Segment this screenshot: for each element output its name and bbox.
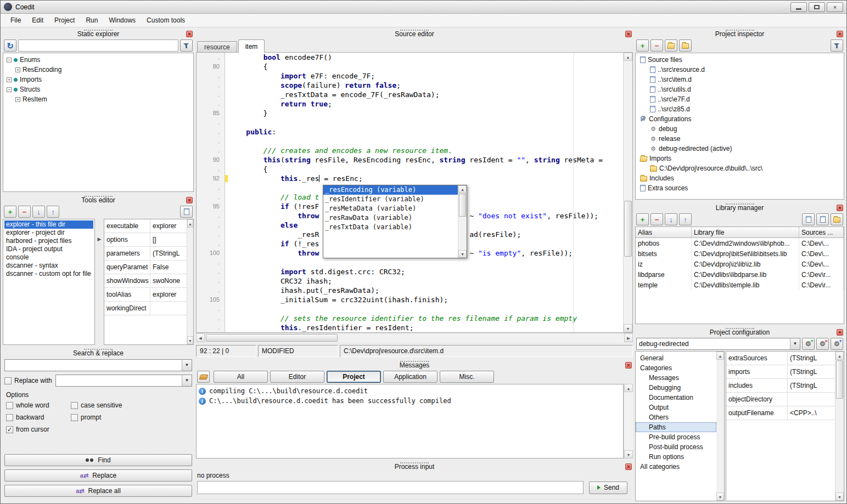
menu-item-project[interactable]: Project [49, 15, 80, 26]
configuration-selector[interactable]: debug-redirected ▼ [636, 338, 800, 350]
scroll-down-icon[interactable]: ▼ [716, 492, 724, 501]
property-row[interactable]: imports(TStringL [726, 365, 835, 379]
config-category[interactable]: Documentation [636, 393, 716, 403]
completion-item[interactable]: _resRawData (variable) [323, 213, 458, 223]
panel-close-icon[interactable]: × [837, 329, 843, 336]
config-category[interactable]: Categories [636, 363, 716, 373]
checkbox-prompt[interactable]: prompt [71, 412, 190, 423]
property-value[interactable]: (TStringL [788, 365, 835, 378]
symbol-search-input[interactable] [18, 39, 178, 52]
property-value[interactable]: explorer [150, 219, 187, 233]
add-folder-button[interactable] [665, 39, 677, 52]
tools-splitter[interactable]: ▶ [95, 219, 104, 345]
tree-item[interactable]: Imports [637, 154, 843, 163]
checkbox-box[interactable] [71, 414, 78, 421]
config-category[interactable]: Messages [636, 373, 716, 383]
tree-item[interactable]: −Enums [4, 55, 192, 65]
checkbox-from-cursor[interactable]: ✓from cursor [6, 424, 71, 435]
expander-icon[interactable]: + [15, 67, 20, 72]
config-category[interactable]: Pre-build process [636, 432, 716, 442]
remove-library-button[interactable]: − [650, 213, 663, 225]
message-row[interactable]: icompiling C:\...\build\resource.d.coedi… [197, 386, 623, 396]
checkbox-box[interactable] [71, 402, 78, 409]
tree-item[interactable]: ⚙debug-redirected (active) [637, 144, 843, 154]
config-category[interactable]: Others [636, 412, 716, 422]
drag-grip[interactable] [726, 328, 754, 329]
config-category[interactable]: All categories [636, 462, 716, 472]
column-header[interactable]: Library file [692, 227, 799, 238]
table-row[interactable]: izC:\Dev\dproj\iz\lib\iz.libC:\Dev\... [636, 259, 844, 269]
scroll-down-icon[interactable]: ▼ [835, 492, 844, 501]
property-value[interactable]: False [150, 261, 187, 274]
completion-item[interactable]: _resIdentifier (variable) [323, 195, 458, 204]
column-header[interactable]: Alias [636, 227, 692, 238]
config-category[interactable]: Paths [636, 422, 716, 432]
panel-close-icon[interactable]: × [837, 31, 843, 37]
move-up-button[interactable]: ↑ [47, 206, 59, 218]
checkbox-box[interactable]: ✓ [6, 426, 13, 433]
vertical-scrollbar[interactable]: ▲ ▼ [835, 352, 844, 501]
filter-button[interactable] [180, 39, 193, 52]
project-configuration-header[interactable]: Project configuration × [635, 327, 844, 337]
tab-resource[interactable]: resource [197, 41, 237, 52]
completion-item[interactable]: _resEncoding (variable) [323, 185, 458, 195]
code-line[interactable]: 92 this._res = resEnc; [197, 174, 623, 183]
checkbox-case-sensitive[interactable]: case sensitive [71, 400, 190, 411]
panel-close-icon[interactable]: × [625, 463, 632, 470]
property-row[interactable]: extraSources(TStringL [726, 352, 835, 365]
code-line[interactable]: . { [197, 165, 623, 174]
list-item[interactable]: IDA - project output [4, 245, 93, 253]
move-up-button[interactable]: ↑ [679, 213, 692, 225]
process-input-field[interactable] [197, 481, 584, 494]
filter-button-misc[interactable]: Misc. [440, 371, 494, 383]
property-value[interactable]: swoNone [150, 274, 187, 287]
expander-icon[interactable]: − [7, 58, 12, 63]
tree-item[interactable]: Source files [637, 55, 843, 65]
table-row[interactable]: bitsetsC:\Dev\dproj\bitSet\lib\bitsets.l… [636, 248, 844, 259]
code-line[interactable]: 105 _initialSum = crc322uint(ihash.finis… [197, 295, 623, 304]
property-value[interactable] [788, 393, 835, 406]
code-line[interactable]: . bool encodee7F() [197, 53, 623, 62]
vertical-scrollbar[interactable]: ▲ ▼ [187, 219, 193, 344]
checkbox-box[interactable] [6, 402, 13, 409]
clone-configuration-button[interactable]: ⚙+ [831, 338, 843, 350]
drag-grip[interactable] [84, 349, 113, 350]
drag-grip[interactable] [726, 203, 754, 205]
chevron-down-icon[interactable]: ▼ [182, 360, 192, 371]
pick-library-button[interactable] [816, 213, 829, 225]
table-row[interactable]: libdparseC:\Dev\dlibs\libdparse.libC:\De… [636, 269, 844, 280]
filter-button-all[interactable]: All [214, 371, 268, 383]
add-tool-button[interactable]: + [4, 206, 16, 218]
vertical-scrollbar[interactable]: ▲ ▼ [623, 53, 632, 332]
chevron-down-icon[interactable]: ▼ [790, 338, 800, 349]
list-item[interactable]: dscanner - syntax [4, 262, 93, 270]
tree-item[interactable]: Extra sources [637, 183, 843, 193]
code-line[interactable]: . [197, 137, 623, 146]
panel-close-icon[interactable]: × [837, 205, 843, 211]
property-row[interactable]: toolAliasexplorer [104, 288, 187, 302]
code-line[interactable]: . // sets the resource identifier to the… [197, 314, 623, 323]
property-value[interactable]: explorer [150, 288, 187, 301]
remove-source-button[interactable]: − [650, 39, 663, 52]
minimize-button[interactable] [790, 2, 807, 12]
panel-close-icon[interactable]: × [186, 31, 193, 37]
messages-header[interactable]: Messages × [196, 360, 633, 370]
scroll-up-icon[interactable]: ▲ [458, 185, 467, 193]
code-editor[interactable]: . bool encodee7F()80 {. import e7F: enco… [196, 52, 633, 333]
send-button[interactable]: Send [589, 482, 627, 494]
code-line[interactable]: . public: [197, 127, 623, 137]
property-value[interactable] [150, 302, 187, 315]
code-line[interactable]: . [197, 118, 623, 127]
pick-sources-button[interactable] [831, 213, 843, 225]
drag-grip[interactable] [84, 30, 113, 31]
list-item[interactable]: console [4, 253, 93, 262]
chevron-down-icon[interactable]: ▼ [182, 375, 192, 386]
tree-item[interactable]: ..\src\utils.d [637, 84, 843, 94]
property-row[interactable]: workingDirect [104, 302, 187, 315]
edit-alias-button[interactable] [802, 213, 815, 225]
config-category[interactable]: Output [636, 403, 716, 412]
checkbox-box[interactable] [4, 377, 12, 384]
table-row[interactable]: templeC:\Dev\dlibs\temple.libC:\Dev\r... [636, 280, 844, 290]
scroll-up-icon[interactable]: ▲ [624, 53, 632, 61]
filter-button-application[interactable]: Application [383, 371, 437, 383]
